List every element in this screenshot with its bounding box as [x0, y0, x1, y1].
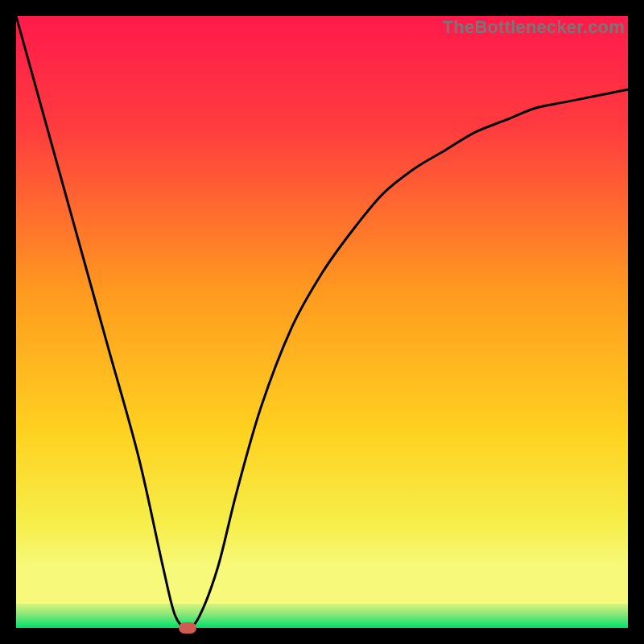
bottleneck-curve — [16, 16, 628, 628]
chart-frame: TheBottlenecker.com — [16, 16, 628, 628]
optimal-point-marker — [179, 622, 196, 634]
attribution-label: TheBottlenecker.com — [443, 17, 625, 38]
